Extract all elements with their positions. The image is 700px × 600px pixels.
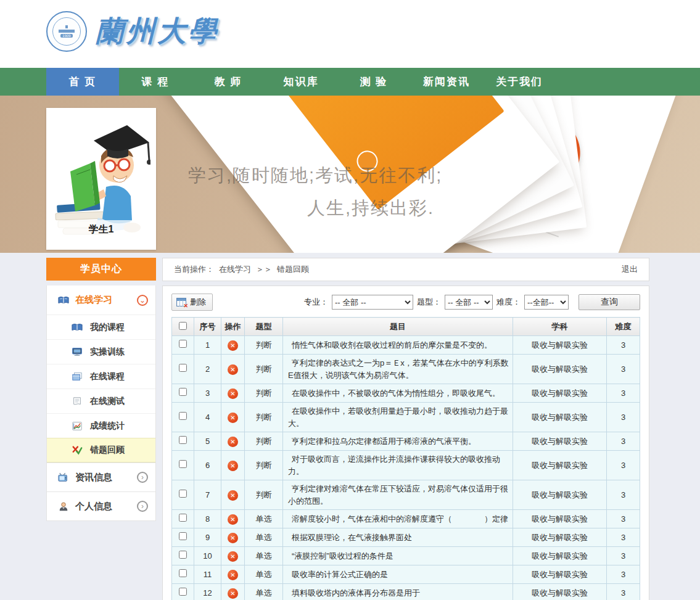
book-icon bbox=[72, 323, 83, 332]
sidebar-item-personal-info[interactable]: 个人信息 › bbox=[47, 491, 155, 520]
nav-item-knowledge[interactable]: 知识库 bbox=[265, 68, 337, 96]
breadcrumb-section[interactable]: 在线学习 bbox=[219, 264, 251, 275]
sidebar-item-label: 个人信息 bbox=[75, 501, 131, 512]
row-checkbox[interactable] bbox=[179, 364, 187, 372]
row-checkbox[interactable] bbox=[179, 569, 187, 577]
delete-row-icon[interactable] bbox=[228, 340, 238, 351]
sidebar-item-label: 资讯信息 bbox=[75, 472, 131, 483]
table-row: 7 判断 亨利定律对难溶气体在常压下较适应，对易溶气体仅适用于很小的范围。 吸收… bbox=[172, 480, 640, 510]
delete-row-icon[interactable] bbox=[228, 413, 238, 423]
sidebar-header-student-center[interactable]: 学员中心 bbox=[46, 258, 156, 281]
logout-link[interactable]: 退出 bbox=[622, 264, 638, 275]
col-header-op: 操作 bbox=[221, 318, 245, 336]
row-number: 10 bbox=[194, 547, 221, 565]
table-row: 9 单选 根据双膜理论，在气液接触界面处 吸收与解吸实验 3 bbox=[172, 528, 640, 547]
sidebar-item-label: 成绩统计 bbox=[90, 421, 125, 432]
row-checkbox[interactable] bbox=[179, 532, 187, 540]
delete-row-icon[interactable] bbox=[228, 551, 238, 562]
breadcrumb-current: 错题回顾 bbox=[277, 264, 309, 275]
question-type: 判断 bbox=[245, 384, 283, 403]
delete-button[interactable]: 删除 bbox=[171, 294, 213, 311]
question-type: 判断 bbox=[245, 432, 283, 451]
delete-row-icon[interactable] bbox=[228, 514, 238, 525]
university-seal-icon: 1909 bbox=[46, 11, 87, 52]
row-checkbox[interactable] bbox=[179, 490, 187, 498]
question-text: 吸收率的计算公式正确的是 bbox=[283, 565, 513, 584]
filter-major-label: 专业： bbox=[304, 297, 328, 308]
row-number: 7 bbox=[194, 480, 221, 510]
nav-item-tests[interactable]: 测 验 bbox=[337, 68, 410, 96]
nav-item-about[interactable]: 关于我们 bbox=[483, 68, 556, 96]
row-checkbox[interactable] bbox=[179, 460, 187, 468]
chevron-right-icon[interactable]: › bbox=[137, 472, 148, 483]
sidebar-item-online-courses[interactable]: 在线课程 bbox=[47, 364, 155, 388]
delete-row-icon[interactable] bbox=[228, 364, 238, 375]
sidebar-item-online-learning[interactable]: 在线学习 ⌄ bbox=[47, 286, 155, 314]
sidebar-item-news-info[interactable]: 资讯信息 › bbox=[47, 462, 155, 491]
question-text: 在吸收操作中，不被吸收的气体为惰性组分，即吸收尾气。 bbox=[283, 384, 513, 403]
sidebar: 学员中心 在线学习 ⌄ 我的课程 bbox=[46, 258, 156, 600]
major-select[interactable]: -- 全部 -- bbox=[332, 295, 413, 310]
sidebar-item-online-test[interactable]: 在线测试 bbox=[47, 388, 155, 413]
university-name: 蘭州大學 bbox=[96, 12, 219, 51]
delete-row-icon[interactable] bbox=[228, 490, 238, 501]
subject: 吸收与解吸实验 bbox=[513, 584, 607, 600]
question-text: 亨利定律对难溶气体在常压下较适应，对易溶气体仅适用于很小的范围。 bbox=[283, 480, 513, 510]
sidebar-item-practice-training[interactable]: 实操训练 bbox=[47, 339, 155, 364]
row-checkbox[interactable] bbox=[179, 588, 187, 596]
subject: 吸收与解吸实验 bbox=[513, 480, 607, 510]
nav-item-courses[interactable]: 课 程 bbox=[119, 68, 192, 96]
university-logo: 1909 蘭州大學 bbox=[46, 11, 219, 52]
sidebar-item-label: 在线测试 bbox=[90, 396, 125, 407]
wrong-questions-table: 序号 操作 题型 题目 学科 难度 1 bbox=[171, 317, 640, 600]
difficulty-select[interactable]: --全部-- bbox=[524, 295, 569, 310]
chevron-down-icon[interactable]: ⌄ bbox=[137, 295, 148, 306]
question-text: 填料吸收塔内的液体再分布器是用于 bbox=[283, 584, 513, 600]
delete-row-icon[interactable] bbox=[228, 437, 238, 447]
nav-item-news[interactable]: 新闻资讯 bbox=[410, 68, 483, 96]
delete-row-icon[interactable] bbox=[228, 533, 238, 543]
row-checkbox[interactable] bbox=[179, 412, 187, 420]
difficulty: 3 bbox=[607, 510, 640, 528]
table-row: 12 单选 填料吸收塔内的液体再分布器是用于 吸收与解吸实验 3 bbox=[172, 584, 640, 600]
table-row: 4 判断 在吸收操作中，若吸收剂用量趋于最小时，吸收推动力趋于最大。 吸收与解吸… bbox=[172, 403, 640, 432]
row-number: 1 bbox=[194, 336, 221, 355]
student-avatar-card: 学生1 bbox=[46, 108, 156, 250]
question-type-select[interactable]: -- 全部 -- bbox=[445, 295, 493, 310]
row-checkbox[interactable] bbox=[179, 388, 187, 396]
row-number: 5 bbox=[194, 432, 221, 451]
sidebar-item-score-statistics[interactable]: 成绩统计 bbox=[47, 413, 155, 438]
question-type: 单选 bbox=[245, 584, 283, 600]
chevron-right-icon[interactable]: › bbox=[137, 501, 148, 512]
delete-row-icon[interactable] bbox=[228, 461, 238, 471]
nav-item-teachers[interactable]: 教 师 bbox=[192, 68, 265, 96]
row-checkbox[interactable] bbox=[179, 436, 187, 444]
row-number: 11 bbox=[194, 565, 221, 584]
table-delete-icon bbox=[176, 298, 186, 306]
table-row: 6 判断 对于吸收而言，逆流操作比并流操作课获得较大的吸收推动力。 吸收与解吸实… bbox=[172, 451, 640, 480]
row-checkbox[interactable] bbox=[179, 340, 187, 348]
hero-banner: 学习,随时随地;考试,无往不利; 人生,持续出彩. bbox=[0, 96, 700, 253]
difficulty: 3 bbox=[607, 336, 640, 355]
sidebar-item-my-courses[interactable]: 我的课程 bbox=[47, 314, 155, 339]
col-header-type: 题型 bbox=[245, 318, 283, 336]
nav-item-home[interactable]: 首 页 bbox=[46, 68, 119, 96]
subject: 吸收与解吸实验 bbox=[513, 547, 607, 565]
breadcrumb-separator: ＞＞ bbox=[256, 264, 272, 275]
monitor-icon bbox=[72, 347, 83, 357]
row-number: 8 bbox=[194, 510, 221, 528]
select-all-checkbox[interactable] bbox=[179, 322, 187, 330]
tv-icon bbox=[58, 472, 69, 482]
delete-row-icon[interactable] bbox=[228, 570, 238, 580]
table-row: 2 判断 亨利定律的表达式之一为p＝Ｅx，若某气体在水中的亨利系数E值很大，说明… bbox=[172, 355, 640, 384]
delete-row-icon[interactable] bbox=[228, 588, 238, 599]
delete-row-icon[interactable] bbox=[228, 388, 238, 399]
sidebar-item-wrong-question-review[interactable]: 错题回顾 bbox=[47, 438, 155, 462]
row-checkbox[interactable] bbox=[179, 514, 187, 522]
search-button[interactable]: 查询 bbox=[579, 294, 640, 310]
question-type: 单选 bbox=[245, 565, 283, 584]
sidebar-item-label: 在线学习 bbox=[75, 294, 131, 306]
row-checkbox[interactable] bbox=[179, 551, 187, 559]
wrong-check-icon bbox=[72, 445, 83, 455]
table-header-row: 序号 操作 题型 题目 学科 难度 bbox=[172, 318, 640, 336]
